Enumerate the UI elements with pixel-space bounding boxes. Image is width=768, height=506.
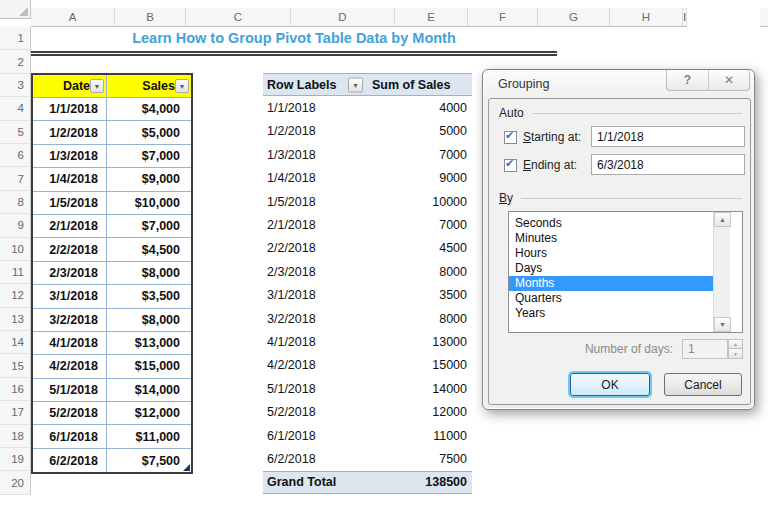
sales-cell[interactable]: $8,000 [107,309,191,332]
pivot-date-cell[interactable]: 6/1/2018 [263,424,368,447]
row-labels-header[interactable]: Row Labels ▼ [263,73,368,96]
column-header[interactable]: F [468,8,538,27]
column-header[interactable]: G [538,8,610,27]
date-cell[interactable]: 3/2/2018 [33,309,107,332]
by-option[interactable]: Years [509,306,726,321]
pivot-date-cell[interactable]: 1/1/2018 [263,96,368,119]
help-icon[interactable]: ? [667,70,708,90]
ok-button[interactable]: OK [570,373,650,396]
cancel-button[interactable]: Cancel [664,373,742,396]
pivot-value-cell[interactable]: 14000 [368,377,472,400]
row-header[interactable]: 9 [0,214,31,237]
number-of-days-spinner[interactable]: 1 [682,339,728,359]
pivot-value-cell[interactable]: 4000 [368,96,472,119]
pivot-date-cell[interactable]: 6/2/2018 [263,447,368,470]
scroll-down-icon[interactable]: ▼ [714,317,731,332]
date-column-header[interactable]: Date ▼ [33,75,107,98]
row-header[interactable]: 8 [0,191,31,214]
date-cell[interactable]: 1/4/2018 [33,168,107,191]
sales-cell[interactable]: $5,000 [107,121,191,144]
row-header[interactable]: 2 [0,50,31,73]
sales-filter-dropdown-icon[interactable]: ▼ [175,79,189,93]
sales-cell[interactable]: $4,500 [107,238,191,261]
select-all-corner[interactable] [0,0,31,19]
pivot-date-cell[interactable]: 1/5/2018 [263,190,368,213]
pivot-date-cell[interactable]: 2/1/2018 [263,213,368,236]
pivot-value-cell[interactable]: 5000 [368,120,472,143]
date-cell[interactable]: 1/2/2018 [33,121,107,144]
row-header[interactable]: 10 [0,238,31,261]
sales-cell[interactable]: $14,000 [107,379,191,402]
row-header[interactable]: 20 [0,471,31,494]
sales-cell[interactable]: $8,000 [107,262,191,285]
row-labels-filter-dropdown-icon[interactable]: ▼ [348,77,363,92]
by-option[interactable]: Seconds [509,216,726,231]
pivot-date-cell[interactable]: 2/3/2018 [263,260,368,283]
pivot-date-cell[interactable]: 4/2/2018 [263,354,368,377]
grand-total-value-cell[interactable]: 138500 [368,471,472,494]
sales-cell[interactable]: $9,000 [107,168,191,191]
date-cell[interactable]: 2/2/2018 [33,238,107,261]
date-cell[interactable]: 6/1/2018 [33,425,107,448]
pivot-value-cell[interactable]: 15000 [368,354,472,377]
sales-cell[interactable]: $7,000 [107,145,191,168]
spin-up-icon[interactable]: ▲ [728,339,743,349]
pivot-date-cell[interactable]: 1/4/2018 [263,167,368,190]
row-header[interactable]: 17 [0,401,31,424]
pivot-value-cell[interactable]: 7000 [368,143,472,166]
date-cell[interactable]: 4/2/2018 [33,355,107,378]
grand-total-label-cell[interactable]: Grand Total [263,471,368,494]
date-cell[interactable]: 2/1/2018 [33,215,107,238]
sales-cell[interactable]: $13,000 [107,332,191,355]
row-header[interactable]: 13 [0,308,31,331]
pivot-value-cell[interactable]: 13000 [368,330,472,353]
pivot-date-cell[interactable]: 1/3/2018 [263,143,368,166]
row-header[interactable]: 11 [0,261,31,284]
table-resize-handle[interactable] [183,464,190,471]
date-cell[interactable]: 5/1/2018 [33,379,107,402]
sales-cell[interactable]: $4,000 [107,98,191,121]
by-option[interactable]: Days [509,261,726,276]
pivot-value-cell[interactable]: 8000 [368,307,472,330]
starting-at-checkbox[interactable]: ✔ [504,131,517,144]
sales-column-header[interactable]: Sales ▼ [107,75,191,98]
by-option[interactable]: Hours [509,246,726,261]
pivot-date-cell[interactable]: 5/2/2018 [263,400,368,423]
scroll-up-icon[interactable]: ▲ [714,212,731,227]
date-cell[interactable]: 1/5/2018 [33,192,107,215]
starting-at-field[interactable]: 1/1/2018 [591,126,745,147]
pivot-value-cell[interactable]: 7500 [368,447,472,470]
pivot-date-cell[interactable]: 2/2/2018 [263,237,368,260]
date-cell[interactable]: 3/1/2018 [33,285,107,308]
row-header[interactable]: 5 [0,121,31,144]
row-header[interactable]: 18 [0,425,31,448]
pivot-value-cell[interactable]: 11000 [368,424,472,447]
sales-cell[interactable]: $10,000 [107,192,191,215]
ending-at-checkbox[interactable]: ✔ [504,159,517,172]
date-cell[interactable]: 1/1/2018 [33,98,107,121]
sheet-title-cell[interactable]: Learn How to Group Pivot Table Data by M… [31,27,557,56]
column-header[interactable]: E [395,8,468,27]
pivot-date-cell[interactable]: 1/2/2018 [263,120,368,143]
pivot-value-cell[interactable]: 8000 [368,260,472,283]
sales-cell[interactable]: $7,500 [107,449,191,472]
sum-of-sales-header[interactable]: Sum of Sales [368,73,472,96]
row-header[interactable]: 14 [0,331,31,354]
row-header[interactable]: 7 [0,167,31,190]
sales-cell[interactable]: $12,000 [107,402,191,425]
row-header[interactable]: 4 [0,97,31,120]
column-header[interactable]: A [31,8,115,27]
pivot-value-cell[interactable]: 12000 [368,400,472,423]
ending-at-field[interactable]: 6/3/2018 [591,154,745,175]
pivot-date-cell[interactable]: 3/1/2018 [263,284,368,307]
pivot-date-cell[interactable]: 4/1/2018 [263,330,368,353]
row-header[interactable]: 1 [0,27,31,50]
by-option[interactable]: Quarters [509,291,726,306]
column-header[interactable]: D [291,8,395,27]
date-cell[interactable]: 5/2/2018 [33,402,107,425]
sales-cell[interactable]: $15,000 [107,355,191,378]
column-header[interactable]: B [115,8,186,27]
pivot-date-cell[interactable]: 3/2/2018 [263,307,368,330]
pivot-value-cell[interactable]: 10000 [368,190,472,213]
row-header[interactable]: 19 [0,448,31,471]
